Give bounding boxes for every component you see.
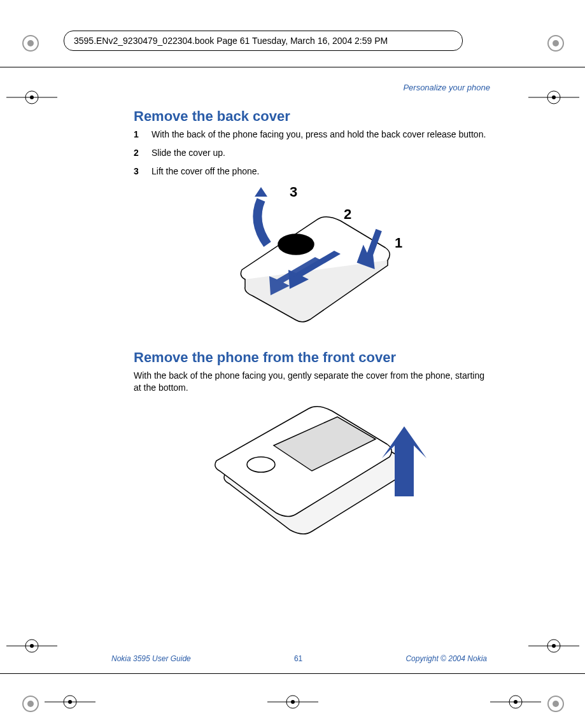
section-title-remove-back-cover: Remove the back cover <box>134 108 490 125</box>
svg-point-25 <box>291 700 295 704</box>
crosshair-mark-icon <box>528 636 579 655</box>
crosshair-mark-icon <box>267 692 318 711</box>
footer-guide-name: Nokia 3595 User Guide <box>111 654 191 663</box>
page-top-rule <box>0 67 585 67</box>
svg-point-16 <box>30 644 34 648</box>
crosshair-mark-icon <box>528 88 579 107</box>
running-header: Personalize your phone <box>134 83 490 92</box>
step-number: 1 <box>134 129 152 141</box>
svg-point-1 <box>27 40 34 46</box>
step-text: Slide the cover up. <box>152 147 490 159</box>
section-title-remove-front-cover: Remove the phone from the front cover <box>134 349 490 366</box>
svg-point-10 <box>30 95 34 99</box>
svg-point-3 <box>553 40 559 46</box>
svg-point-13 <box>552 95 556 99</box>
section-body-text: With the back of the phone facing you, g… <box>134 370 490 394</box>
registration-mark-icon <box>544 692 567 715</box>
svg-point-19 <box>552 644 556 648</box>
crosshair-mark-icon <box>6 636 57 655</box>
crosshair-mark-icon <box>490 692 541 711</box>
svg-point-28 <box>514 700 518 704</box>
callout-3: 3 <box>290 184 297 200</box>
page-bottom-rule <box>0 673 585 674</box>
footer-copyright: Copyright © 2004 Nokia <box>405 654 487 663</box>
registration-mark-icon <box>544 32 567 55</box>
step-item: 3 Lift the cover off the phone. <box>134 165 490 178</box>
svg-point-22 <box>68 700 72 704</box>
crosshair-mark-icon <box>45 692 95 711</box>
page-content: Personalize your phone Remove the back c… <box>134 83 490 573</box>
registration-mark-icon <box>19 692 42 715</box>
svg-point-5 <box>27 701 34 707</box>
footer-page-number: 61 <box>294 654 302 663</box>
step-text: With the back of the phone facing you, p… <box>152 129 490 141</box>
svg-point-7 <box>553 701 559 707</box>
step-text: Lift the cover off the phone. <box>152 165 490 178</box>
step-item: 2 Slide the cover up. <box>134 147 490 159</box>
illustration-remove-front-cover <box>134 401 490 554</box>
svg-point-29 <box>278 234 314 255</box>
illustration-remove-back-cover: 3 2 1 <box>134 184 490 330</box>
registration-mark-icon <box>19 32 42 55</box>
crosshair-mark-icon <box>6 88 57 107</box>
svg-point-30 <box>247 457 275 472</box>
step-item: 1 With the back of the phone facing you,… <box>134 129 490 141</box>
callout-1: 1 <box>395 235 402 251</box>
step-number: 3 <box>134 165 152 178</box>
step-number: 2 <box>134 147 152 159</box>
callout-2: 2 <box>344 206 351 222</box>
document-print-header-text: 3595.ENv2_9230479_022304.book Page 61 Tu… <box>74 36 388 46</box>
page-footer: Nokia 3595 User Guide 61 Copyright © 200… <box>111 654 487 663</box>
document-print-header: 3595.ENv2_9230479_022304.book Page 61 Tu… <box>64 31 463 51</box>
